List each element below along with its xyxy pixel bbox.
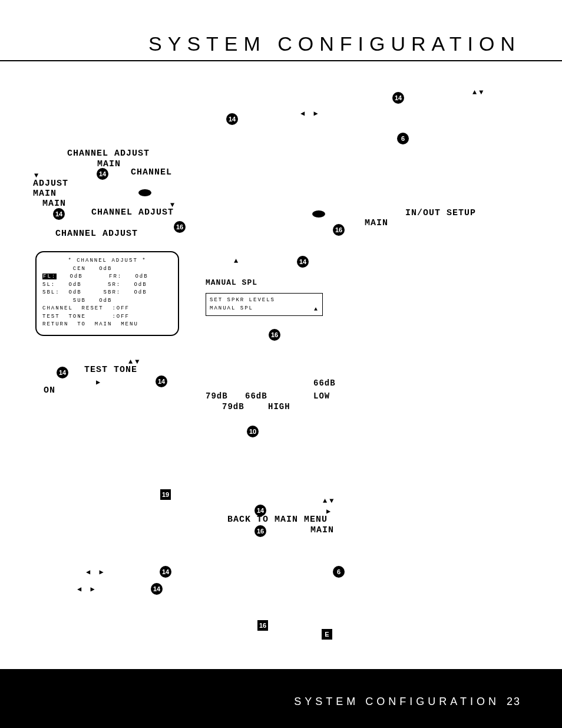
label-inout-setup: IN/OUT SETUP [405, 208, 476, 218]
label-adjust: ADJUST [33, 179, 68, 189]
splbox-line-1: SET SPKR LEVELS [210, 296, 319, 304]
ref-14: 14 [151, 583, 163, 595]
fig6-tone-row: TEST TONE :OFF [42, 313, 172, 321]
arrows-updown-icon: ▲▼ [323, 497, 336, 505]
footer-page-number: 23 [507, 696, 521, 707]
figure-channel-adjust-menu: * CHANNEL ADJUST * CEN OdB FL: OdB FR: O… [35, 251, 179, 336]
ref-6: 6 [333, 566, 345, 578]
oval-button-icon [138, 189, 151, 196]
page-title: SYSTEM CONFIGURATION [148, 32, 521, 55]
ref-14: 14 [53, 208, 65, 220]
arrows-leftright-icon: ◀ ▶ [77, 585, 97, 594]
label-high: HIGH [268, 402, 290, 411]
label-on: ON [44, 386, 55, 396]
db-value-79: 79dB [206, 391, 228, 401]
arrows-updown-icon: ▲▼ [472, 88, 485, 97]
arrow-right-icon: ▶ [96, 378, 100, 387]
db-value-79b: 79dB [222, 402, 244, 411]
ref-16-box: 16 [257, 620, 268, 631]
label-channel-adjust: CHANNEL ADJUST [67, 149, 150, 159]
ref-E-box: E [322, 629, 332, 640]
fig6-sub-row: SUB OdB [42, 297, 172, 305]
label-channel: CHANNEL [131, 167, 172, 177]
ref-16: 16 [269, 329, 280, 341]
fig6-reset-row: CHANNEL RESET :OFF [42, 305, 172, 313]
header-divider [0, 60, 562, 61]
footer-label: SYSTEM CONFIGURATION [294, 696, 500, 707]
ref-10: 10 [247, 426, 259, 437]
ref-14: 14 [160, 566, 171, 578]
ref-14: 14 [226, 113, 238, 125]
fig6-return-row: RETURN TO MAIN MENU [42, 321, 172, 329]
label-main: MAIN [365, 218, 388, 228]
ref-16: 16 [333, 224, 345, 236]
fig6-title: * CHANNEL ADJUST * [42, 257, 172, 265]
db-value-66b: 66dB [245, 391, 267, 401]
ref-14: 14 [57, 367, 68, 378]
ref-14: 14 [156, 375, 167, 387]
ref-14: 14 [97, 168, 108, 180]
arrow-up-icon: ▲ [314, 305, 319, 314]
fig6-cen-row: CEN OdB [42, 265, 172, 274]
ref-14: 14 [392, 92, 404, 104]
label-test-tone: TEST TONE [84, 365, 137, 375]
page-footer: SYSTEM CONFIGURATION23 [0, 669, 562, 728]
arrows-leftright-icon: ◀ ▶ [86, 568, 106, 577]
label-main: MAIN [42, 199, 66, 209]
label-main: MAIN [33, 189, 57, 199]
splbox-line-2: MANUAL SPL [210, 304, 319, 312]
label-low: LOW [313, 391, 330, 401]
label-channel-adjust: CHANNEL ADJUST [91, 207, 174, 218]
fig6-fl-rest: OdB FR: OdB [57, 274, 148, 279]
fig6-fl-row: FL: OdB FR: OdB [42, 273, 172, 281]
footer-text: SYSTEM CONFIGURATION23 [294, 696, 521, 708]
label-back-to-main: BACK TO MAIN MENU [227, 515, 328, 525]
ref-16: 16 [254, 525, 266, 537]
fig6-sl-row: SL: OdB SR: OdB [42, 281, 172, 289]
fig6-sbl-row: SBL: OdB SBR: OdB [42, 289, 172, 297]
oval-button-icon [312, 210, 325, 218]
label-main: MAIN [310, 525, 334, 535]
arrows-leftright-icon: ◀ ▶ [300, 109, 320, 118]
ref-16: 16 [174, 221, 186, 233]
ref-6: 6 [397, 133, 409, 144]
fig6-fl-label-inverted: FL: [42, 274, 57, 279]
label-channel-adjust: CHANNEL ADJUST [55, 229, 138, 239]
ref-14: 14 [297, 256, 309, 268]
ref-19-box: 19 [160, 489, 171, 500]
label-manual-spl: MANUAL SPL [206, 278, 257, 287]
arrow-up-icon: ▲ [234, 257, 238, 265]
figure-spl-menu: SET SPKR LEVELS MANUAL SPL ▲ [206, 293, 323, 316]
db-value-66: 66dB [313, 378, 336, 388]
